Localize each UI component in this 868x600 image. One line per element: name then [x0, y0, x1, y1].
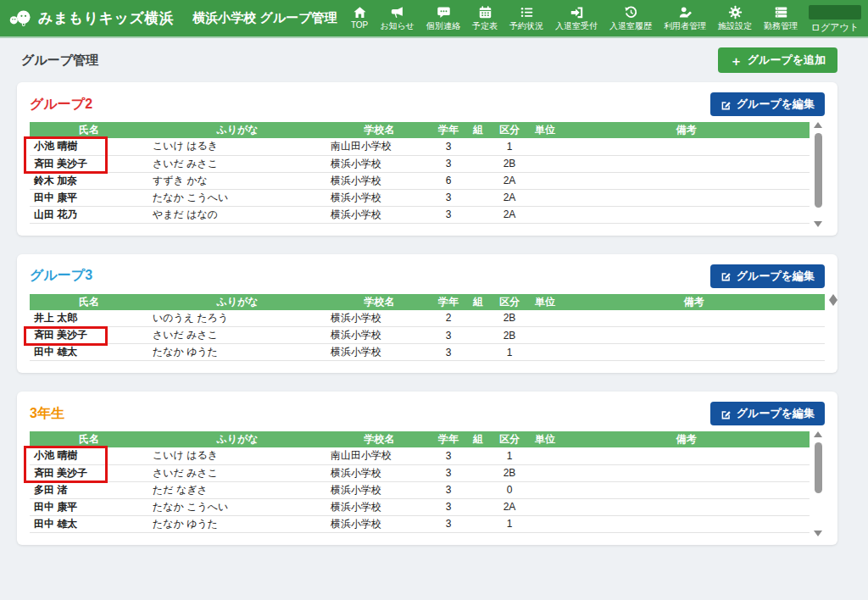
cell-class [465, 206, 492, 223]
cell-name: 井上 太郎 [30, 310, 148, 327]
table-scrollbar[interactable] [813, 122, 823, 227]
cell-grade: 3 [432, 155, 465, 172]
cell-name: 田中 康平 [30, 189, 148, 206]
scrollbar-thumb[interactable] [815, 133, 822, 208]
nav-label: 個別連絡 [426, 20, 460, 32]
member-table-zone: 氏名ふりがな学校名学年組区分単位備考 小池 晴樹こいけ はるき南山田小学校31斉… [30, 431, 810, 533]
column-header: 備考 [563, 431, 810, 447]
column-header: 区分 [492, 431, 527, 447]
nav-item-個別連絡[interactable]: 個別連絡 [420, 3, 466, 34]
column-header: 学年 [432, 122, 465, 138]
table-row: 井上 太郎いのうえ たろう横浜小学校22B [30, 310, 825, 327]
scroll-up-icon[interactable] [814, 431, 822, 437]
scroll-down-icon[interactable] [814, 221, 822, 227]
table-row: 田中 康平たなか こうへい横浜小学校32A [30, 189, 810, 206]
add-group-button[interactable]: ＋ グループを追加 [718, 47, 837, 73]
table-scrollbar[interactable] [813, 431, 823, 536]
page-title: グループ管理 [21, 53, 98, 69]
column-header: 氏名 [30, 294, 148, 310]
group-title: グループ2 [30, 96, 92, 114]
cell-unit [527, 498, 563, 515]
table-row: 鈴木 加奈すずき かな横浜小学校62A [30, 172, 810, 189]
cell-kubun: 2A [492, 189, 527, 206]
cell-kana: やまだ はなの [148, 206, 326, 223]
cell-kubun: 2A [492, 172, 527, 189]
cell-school: 横浜小学校 [326, 498, 432, 515]
cell-kana: すずき かな [148, 172, 326, 189]
table-row: 斉田 美沙子さいだ みさこ横浜小学校32B [30, 327, 825, 344]
edit-group-label: グループを編集 [737, 97, 815, 112]
scroll-up-icon[interactable] [829, 294, 837, 300]
nav-item-お知らせ[interactable]: お知らせ [374, 3, 420, 34]
cell-grade: 2 [432, 310, 465, 327]
cell-grade: 6 [432, 172, 465, 189]
cell-kana: こいけ はるき [148, 447, 326, 464]
cell-note [563, 189, 810, 206]
edit-group-button[interactable]: グループを編集 [710, 264, 825, 288]
table-row: 田中 雄太たなか ゆうた横浜小学校31 [30, 515, 810, 532]
cell-school: 横浜小学校 [326, 172, 432, 189]
cell-grade: 3 [432, 464, 465, 481]
column-header: 単位 [527, 431, 563, 447]
cell-unit [527, 344, 563, 361]
column-header: ふりがな [148, 122, 326, 138]
cell-name: 多田 渚 [30, 481, 148, 498]
nav-item-予約状況[interactable]: 予約状況 [504, 3, 549, 34]
scrollbar-thumb[interactable] [815, 442, 822, 493]
home-icon [353, 5, 367, 19]
main-nav: TOP お知らせ 個別連絡 予定表 予約状況 入退室受付 入退室履歴 利用者管理… [345, 3, 804, 34]
column-header: 学年 [432, 431, 465, 447]
cell-name: 小池 晴樹 [30, 447, 148, 464]
cell-school: 横浜小学校 [326, 310, 432, 327]
cell-kubun: 2A [492, 498, 527, 515]
cell-name: 田中 雄太 [30, 515, 148, 532]
table-row: 多田 渚ただ なぎさ横浜小学校30 [30, 481, 810, 498]
cell-school: 横浜小学校 [326, 344, 432, 361]
table-row: 小池 晴樹こいけ はるき南山田小学校31 [30, 138, 810, 155]
nav-item-TOP[interactable]: TOP [345, 3, 374, 31]
cell-note [563, 515, 810, 532]
cell-kubun: 1 [492, 138, 527, 155]
nav-label: 予約状況 [509, 20, 543, 32]
cell-class [465, 464, 492, 481]
cell-class [465, 327, 492, 344]
nav-item-入退室履歴[interactable]: 入退室履歴 [604, 3, 658, 34]
cell-grade: 3 [432, 327, 465, 344]
table-row: 斉田 美沙子さいだ みさこ横浜小学校32B [30, 464, 810, 481]
scroll-up-icon[interactable] [814, 122, 822, 128]
cell-name: 山田 花乃 [30, 206, 148, 223]
nav-item-利用者管理[interactable]: 利用者管理 [658, 3, 712, 34]
cell-name: 田中 雄太 [30, 344, 148, 361]
cell-school: 南山田小学校 [326, 138, 432, 155]
column-header: 学校名 [326, 431, 432, 447]
cell-kubun: 2B [492, 155, 527, 172]
page-context-title: 横浜小学校 グループ管理 [192, 10, 337, 26]
nav-item-予定表[interactable]: 予定表 [466, 3, 504, 34]
user-edit-icon [678, 5, 693, 19]
column-header: 区分 [492, 122, 527, 138]
edit-group-button[interactable]: グループを編集 [710, 402, 825, 425]
nav-item-施設設定[interactable]: 施設設定 [712, 3, 758, 34]
group-card: グループ2 グループを編集 氏名ふりがな学校名学年組区分単位備考 小池 晴樹こい… [17, 82, 837, 236]
cell-kana: さいだ みさこ [148, 464, 326, 481]
nav-item-勤務管理[interactable]: 勤務管理 [758, 3, 804, 34]
column-header: 学校名 [326, 294, 432, 310]
cell-class [465, 172, 492, 189]
group-card: 3年生 グループを編集 氏名ふりがな学校名学年組区分単位備考 小池 晴樹こいけ … [17, 392, 837, 545]
cell-note [563, 327, 825, 344]
scroll-down-icon[interactable] [829, 300, 837, 306]
plus-icon: ＋ [730, 54, 743, 67]
edit-group-button[interactable]: グループを編集 [710, 92, 825, 116]
column-header: 組 [465, 431, 492, 447]
logout-button[interactable]: ログアウト [809, 3, 861, 34]
nav-item-入退室受付[interactable]: 入退室受付 [549, 3, 604, 34]
app-logo-text: みまもりキッズ横浜 [38, 8, 174, 28]
cell-note [563, 447, 810, 464]
column-header: 単位 [527, 122, 563, 138]
column-header: 組 [465, 122, 492, 138]
cell-school: 横浜小学校 [326, 155, 432, 172]
scroll-down-icon[interactable] [814, 531, 822, 536]
app-logo[interactable]: みまもりキッズ横浜 [8, 8, 174, 28]
cell-kubun: 2B [492, 310, 527, 327]
table-scrollbar[interactable] [828, 294, 838, 306]
